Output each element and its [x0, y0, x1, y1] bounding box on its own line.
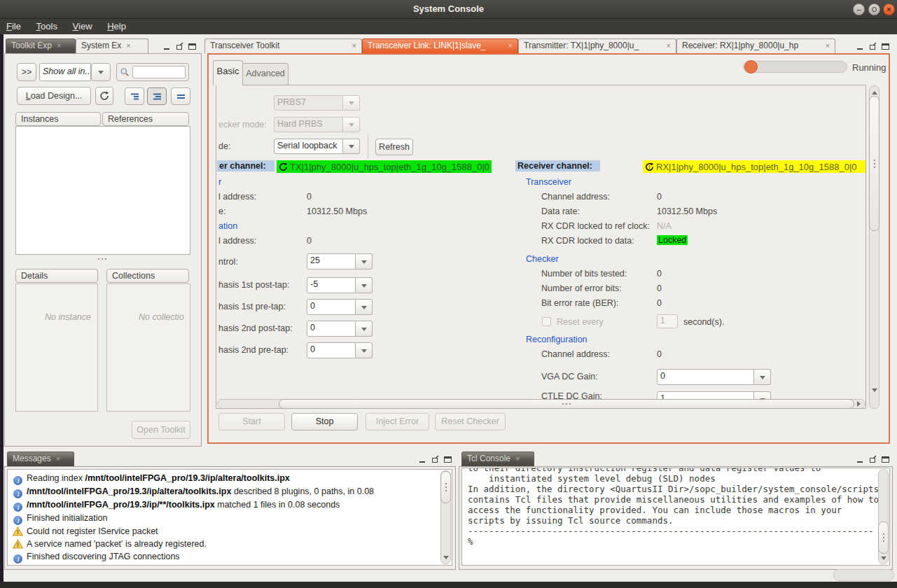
- close-tab-icon[interactable]: ×: [56, 454, 60, 463]
- menu-tools[interactable]: Tools: [30, 19, 64, 34]
- log-line: A service named 'packet' is already regi…: [27, 539, 207, 549]
- collections-header[interactable]: Collections: [106, 269, 189, 283]
- stop-button[interactable]: Stop: [291, 413, 358, 430]
- search-input[interactable]: [132, 66, 186, 78]
- panel-float-icon[interactable]: [868, 42, 877, 51]
- refresh-instances-button[interactable]: [95, 87, 113, 105]
- tcl-line: ----------------------------------------…: [468, 526, 879, 536]
- dropdown-arrow-button[interactable]: [754, 369, 771, 385]
- loopback-mode-dropdown[interactable]: Serial loopback: [274, 139, 360, 154]
- tab-basic[interactable]: Basic: [213, 60, 243, 85]
- scroll-right-button[interactable]: [854, 399, 865, 409]
- tx-vod-control-dropdown[interactable]: 25: [307, 253, 373, 270]
- rx-data-rate-label: Data rate:: [541, 206, 580, 216]
- scroll-up-button[interactable]: [869, 86, 879, 96]
- panel-float-icon[interactable]: [431, 455, 440, 464]
- filter-dropdown-arrow-button[interactable]: [91, 63, 111, 81]
- search-box[interactable]: [116, 63, 189, 81]
- link-settings-area: PRBS7 ecker mode: Hard PRBS de: Serial l…: [216, 85, 866, 409]
- tab-tcl-console[interactable]: Tcl Console×: [461, 451, 534, 466]
- tab-transmitter[interactable]: Transmitter: TX|1|phy_8000|u_×: [518, 38, 676, 53]
- desktop-edge: [0, 34, 4, 588]
- messages-scrollbar-thumb[interactable]: [440, 471, 451, 503]
- tx-pre-emphasis-2nd-post-tap-dropdown[interactable]: 0: [307, 321, 373, 337]
- rx-error-bits-label: Number of error bits:: [541, 284, 622, 293]
- refresh-button[interactable]: Refresh: [375, 139, 413, 155]
- rx-channel-value: RX|1|phy_8000|u_hps_top|eth_1g_10g_1588_…: [656, 162, 857, 172]
- messages-log[interactable]: i Reading index /mnt/tool/intelFPGA_pro/…: [7, 469, 452, 566]
- vertical-scrollbar-thumb[interactable]: [869, 96, 879, 231]
- window-maximize-button[interactable]: [868, 4, 880, 15]
- start-button: Start: [218, 413, 285, 430]
- dropdown-arrow-button[interactable]: [356, 253, 373, 270]
- panel-float-icon[interactable]: [868, 455, 877, 464]
- tcl-console-output[interactable]: to their directory instruction register …: [461, 468, 890, 566]
- panel-maximize-icon[interactable]: [188, 42, 197, 51]
- close-tab-icon[interactable]: ×: [515, 454, 520, 463]
- tx-pre-emphasis-1st-pre-tap-dropdown[interactable]: 0: [307, 299, 373, 315]
- references-header[interactable]: References: [102, 112, 189, 126]
- tab-toolkit-explorer[interactable]: Toolkit Exp×: [6, 38, 76, 53]
- status-progress-pill: [833, 569, 894, 581]
- tx-pre-emphasis-2nd-pre-tap-value: 0: [307, 342, 356, 358]
- panel-maximize-icon[interactable]: [443, 455, 452, 464]
- menu-view[interactable]: View: [67, 19, 99, 34]
- splitter-grip[interactable]: [98, 258, 99, 260]
- tab-receiver[interactable]: Receiver: RX|1|phy_8000|u_hp×: [676, 38, 835, 53]
- tab-advanced[interactable]: Advanced: [242, 63, 288, 85]
- dropdown-arrow-button[interactable]: [356, 342, 373, 358]
- tab-transceiver-toolkit[interactable]: Transceiver Toolkit×: [204, 38, 362, 53]
- dropdown-arrow-button[interactable]: [356, 299, 373, 315]
- loopback-mode-label: de:: [218, 141, 230, 151]
- scroll-down-button[interactable]: [440, 554, 451, 564]
- checker-mode-label: ecker mode:: [218, 120, 267, 130]
- tree-expand-view-button[interactable]: [125, 88, 144, 105]
- details-pane: [15, 284, 98, 412]
- scroll-down-button[interactable]: [869, 386, 879, 396]
- panel-float-icon[interactable]: [175, 42, 184, 51]
- close-tab-icon[interactable]: ×: [57, 41, 61, 50]
- tcl-scrollbar-thumb[interactable]: [878, 522, 889, 554]
- close-tab-icon[interactable]: ×: [508, 39, 513, 52]
- details-header[interactable]: Details: [15, 269, 98, 283]
- panel-minimize-icon[interactable]: [856, 42, 865, 51]
- window-minimize-button[interactable]: –: [853, 4, 865, 15]
- panel-minimize-icon[interactable]: [856, 455, 865, 464]
- checker-mode-value: Hard PRBS: [274, 117, 343, 132]
- instances-list[interactable]: [15, 126, 190, 255]
- horizontal-scrollbar-thumb[interactable]: [279, 399, 854, 409]
- load-design-button[interactable]: Load Design...: [17, 87, 91, 105]
- close-tab-icon[interactable]: ×: [667, 39, 671, 52]
- window-close-button[interactable]: ×: [883, 4, 895, 15]
- menu-file[interactable]: File: [0, 19, 27, 34]
- rx-section-transceiver: Transceiver: [526, 177, 571, 187]
- tx-pre-emphasis-2nd-pre-tap-dropdown[interactable]: 0: [307, 342, 373, 358]
- flat-list-view-button[interactable]: [171, 88, 190, 105]
- tx-pre-emphasis-1st-post-tap-dropdown[interactable]: -5: [307, 277, 373, 293]
- dropdown-arrow-button[interactable]: [356, 321, 373, 337]
- loopback-mode-value: Serial loopback: [274, 139, 343, 154]
- filter-dropdown-value[interactable]: Show all in...: [39, 63, 91, 81]
- search-icon: [120, 67, 130, 77]
- tree-collapse-view-button[interactable]: [147, 88, 167, 105]
- close-tab-icon[interactable]: ×: [126, 41, 130, 50]
- instances-header[interactable]: Instances: [15, 112, 101, 126]
- tx-pre-emphasis-1st-pre-tap-value: 0: [307, 299, 356, 315]
- panel-minimize-icon[interactable]: [418, 455, 427, 464]
- menu-help[interactable]: Help: [101, 19, 132, 34]
- close-tab-icon[interactable]: ×: [352, 39, 356, 52]
- dropdown-arrow-button[interactable]: [356, 277, 373, 293]
- scroll-down-button[interactable]: [878, 554, 889, 564]
- rx-vga-dc-gain-dropdown[interactable]: 0: [657, 369, 771, 385]
- tab-transceiver-link[interactable]: Transceiver Link: LINK|1|slave_×: [362, 38, 518, 53]
- panel-maximize-icon[interactable]: [881, 455, 890, 464]
- tab-messages[interactable]: Messages×: [7, 451, 74, 466]
- expand-button[interactable]: >>: [17, 63, 36, 81]
- panel-maximize-icon[interactable]: [881, 42, 890, 51]
- tcl-line: to their directory instruction register …: [468, 468, 879, 473]
- bottom-edge: [0, 582, 897, 588]
- close-tab-icon[interactable]: ×: [826, 39, 830, 52]
- tab-system-explorer[interactable]: System Ex×: [76, 38, 148, 53]
- dropdown-arrow-button[interactable]: [343, 139, 360, 154]
- panel-minimize-icon[interactable]: [162, 42, 172, 51]
